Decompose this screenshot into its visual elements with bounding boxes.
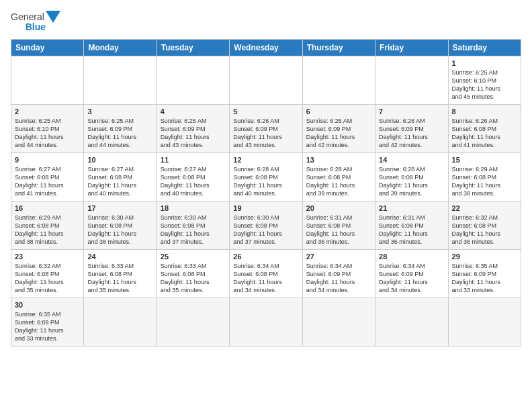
day-cell: 2Sunrise: 6:25 AM Sunset: 6:10 PM Daylig… bbox=[11, 105, 84, 153]
day-number: 20 bbox=[306, 204, 371, 212]
day-info: Sunrise: 6:27 AM Sunset: 6:08 PM Dayligh… bbox=[87, 165, 152, 198]
day-info: Sunrise: 6:28 AM Sunset: 6:08 PM Dayligh… bbox=[306, 165, 371, 198]
day-number: 3 bbox=[87, 107, 152, 116]
calendar-table: SundayMondayTuesdayWednesdayThursdayFrid… bbox=[11, 39, 521, 347]
day-info: Sunrise: 6:25 AM Sunset: 6:09 PM Dayligh… bbox=[87, 117, 152, 150]
day-number: 9 bbox=[15, 156, 80, 164]
col-header-monday: Monday bbox=[84, 40, 157, 56]
day-number: 14 bbox=[379, 156, 444, 164]
day-info: Sunrise: 6:34 AM Sunset: 6:09 PM Dayligh… bbox=[306, 262, 371, 295]
day-info: Sunrise: 6:28 AM Sunset: 6:08 PM Dayligh… bbox=[233, 165, 298, 198]
day-info: Sunrise: 6:26 AM Sunset: 6:08 PM Dayligh… bbox=[452, 117, 517, 150]
day-number: 8 bbox=[452, 107, 517, 116]
day-info: Sunrise: 6:30 AM Sunset: 6:08 PM Dayligh… bbox=[233, 214, 298, 246]
day-cell: 25Sunrise: 6:33 AM Sunset: 6:08 PM Dayli… bbox=[157, 250, 229, 298]
day-number: 26 bbox=[233, 253, 298, 261]
col-header-saturday: Saturday bbox=[448, 40, 521, 56]
day-info: Sunrise: 6:26 AM Sunset: 6:09 PM Dayligh… bbox=[233, 117, 298, 150]
week-row-1: 2Sunrise: 6:25 AM Sunset: 6:10 PM Daylig… bbox=[11, 105, 521, 153]
day-number: 23 bbox=[15, 253, 80, 261]
day-cell: 8Sunrise: 6:26 AM Sunset: 6:08 PM Daylig… bbox=[448, 105, 521, 153]
day-info: Sunrise: 6:26 AM Sunset: 6:09 PM Dayligh… bbox=[306, 117, 371, 150]
day-info: Sunrise: 6:28 AM Sunset: 6:08 PM Dayligh… bbox=[379, 165, 444, 198]
day-cell: 12Sunrise: 6:28 AM Sunset: 6:08 PM Dayli… bbox=[230, 153, 302, 201]
col-header-thursday: Thursday bbox=[302, 40, 375, 56]
day-info: Sunrise: 6:27 AM Sunset: 6:08 PM Dayligh… bbox=[15, 165, 80, 198]
col-header-tuesday: Tuesday bbox=[157, 40, 229, 56]
day-info: Sunrise: 6:34 AM Sunset: 6:09 PM Dayligh… bbox=[379, 262, 444, 295]
header: General Blue bbox=[11, 11, 521, 32]
day-number: 7 bbox=[379, 107, 444, 116]
col-header-sunday: Sunday bbox=[11, 40, 84, 56]
day-cell: 28Sunrise: 6:34 AM Sunset: 6:09 PM Dayli… bbox=[375, 250, 448, 298]
day-cell: 30Sunrise: 6:35 AM Sunset: 6:09 PM Dayli… bbox=[11, 298, 84, 347]
day-cell bbox=[11, 56, 84, 105]
day-cell: 4Sunrise: 6:25 AM Sunset: 6:09 PM Daylig… bbox=[157, 105, 229, 153]
logo-blue-text: Blue bbox=[26, 21, 46, 32]
day-cell: 9Sunrise: 6:27 AM Sunset: 6:08 PM Daylig… bbox=[11, 153, 84, 201]
day-number: 28 bbox=[379, 253, 444, 261]
header-row: SundayMondayTuesdayWednesdayThursdayFrid… bbox=[11, 40, 521, 56]
day-cell bbox=[302, 298, 375, 347]
day-info: Sunrise: 6:32 AM Sunset: 6:08 PM Dayligh… bbox=[452, 214, 517, 246]
day-number: 10 bbox=[87, 156, 152, 164]
day-number: 18 bbox=[161, 204, 226, 212]
day-info: Sunrise: 6:33 AM Sunset: 6:08 PM Dayligh… bbox=[87, 262, 152, 295]
day-number: 24 bbox=[87, 253, 152, 261]
week-row-3: 16Sunrise: 6:29 AM Sunset: 6:08 PM Dayli… bbox=[11, 201, 521, 250]
day-cell: 1Sunrise: 6:25 AM Sunset: 6:10 PM Daylig… bbox=[448, 56, 521, 105]
day-info: Sunrise: 6:35 AM Sunset: 6:09 PM Dayligh… bbox=[452, 262, 517, 295]
day-cell: 26Sunrise: 6:34 AM Sunset: 6:08 PM Dayli… bbox=[230, 250, 302, 298]
day-cell bbox=[375, 56, 448, 105]
day-cell: 3Sunrise: 6:25 AM Sunset: 6:09 PM Daylig… bbox=[84, 105, 157, 153]
day-info: Sunrise: 6:25 AM Sunset: 6:09 PM Dayligh… bbox=[161, 117, 226, 150]
day-cell: 20Sunrise: 6:31 AM Sunset: 6:08 PM Dayli… bbox=[302, 201, 375, 250]
day-number: 5 bbox=[233, 107, 298, 116]
day-info: Sunrise: 6:29 AM Sunset: 6:08 PM Dayligh… bbox=[452, 165, 517, 198]
svg-marker-0 bbox=[46, 11, 60, 23]
day-cell: 16Sunrise: 6:29 AM Sunset: 6:08 PM Dayli… bbox=[11, 201, 84, 250]
day-cell: 22Sunrise: 6:32 AM Sunset: 6:08 PM Dayli… bbox=[448, 201, 521, 250]
day-number: 12 bbox=[233, 156, 298, 164]
day-number: 21 bbox=[379, 204, 444, 212]
day-cell: 24Sunrise: 6:33 AM Sunset: 6:08 PM Dayli… bbox=[84, 250, 157, 298]
day-cell bbox=[84, 298, 157, 347]
day-cell: 14Sunrise: 6:28 AM Sunset: 6:08 PM Dayli… bbox=[375, 153, 448, 201]
day-info: Sunrise: 6:31 AM Sunset: 6:08 PM Dayligh… bbox=[379, 214, 444, 246]
day-cell bbox=[375, 298, 448, 347]
day-cell: 6Sunrise: 6:26 AM Sunset: 6:09 PM Daylig… bbox=[302, 105, 375, 153]
day-info: Sunrise: 6:31 AM Sunset: 6:08 PM Dayligh… bbox=[306, 214, 371, 246]
day-info: Sunrise: 6:25 AM Sunset: 6:10 PM Dayligh… bbox=[15, 117, 80, 150]
week-row-0: 1Sunrise: 6:25 AM Sunset: 6:10 PM Daylig… bbox=[11, 56, 521, 105]
day-cell: 27Sunrise: 6:34 AM Sunset: 6:09 PM Dayli… bbox=[302, 250, 375, 298]
day-number: 2 bbox=[15, 107, 80, 116]
day-cell: 13Sunrise: 6:28 AM Sunset: 6:08 PM Dayli… bbox=[302, 153, 375, 201]
day-cell bbox=[302, 56, 375, 105]
day-info: Sunrise: 6:30 AM Sunset: 6:08 PM Dayligh… bbox=[161, 214, 226, 246]
day-info: Sunrise: 6:32 AM Sunset: 6:08 PM Dayligh… bbox=[15, 262, 80, 295]
day-cell bbox=[84, 56, 157, 105]
day-info: Sunrise: 6:27 AM Sunset: 6:08 PM Dayligh… bbox=[161, 165, 226, 198]
day-info: Sunrise: 6:29 AM Sunset: 6:08 PM Dayligh… bbox=[15, 214, 80, 246]
day-number: 11 bbox=[161, 156, 226, 164]
day-cell: 5Sunrise: 6:26 AM Sunset: 6:09 PM Daylig… bbox=[230, 105, 302, 153]
week-row-5: 30Sunrise: 6:35 AM Sunset: 6:09 PM Dayli… bbox=[11, 298, 521, 347]
day-number: 30 bbox=[15, 301, 80, 309]
day-cell bbox=[157, 56, 229, 105]
logo: General Blue bbox=[11, 11, 60, 32]
day-cell bbox=[448, 298, 521, 347]
day-info: Sunrise: 6:33 AM Sunset: 6:08 PM Dayligh… bbox=[161, 262, 226, 295]
logo-chevron-icon bbox=[46, 11, 60, 23]
col-header-wednesday: Wednesday bbox=[230, 40, 302, 56]
day-cell: 7Sunrise: 6:26 AM Sunset: 6:09 PM Daylig… bbox=[375, 105, 448, 153]
day-info: Sunrise: 6:26 AM Sunset: 6:09 PM Dayligh… bbox=[379, 117, 444, 150]
col-header-friday: Friday bbox=[375, 40, 448, 56]
day-cell: 10Sunrise: 6:27 AM Sunset: 6:08 PM Dayli… bbox=[84, 153, 157, 201]
day-cell bbox=[157, 298, 229, 347]
day-cell: 19Sunrise: 6:30 AM Sunset: 6:08 PM Dayli… bbox=[230, 201, 302, 250]
day-cell: 15Sunrise: 6:29 AM Sunset: 6:08 PM Dayli… bbox=[448, 153, 521, 201]
day-number: 27 bbox=[306, 253, 371, 261]
day-number: 25 bbox=[161, 253, 226, 261]
logo-general-text: General bbox=[11, 11, 44, 22]
day-info: Sunrise: 6:34 AM Sunset: 6:08 PM Dayligh… bbox=[233, 262, 298, 295]
